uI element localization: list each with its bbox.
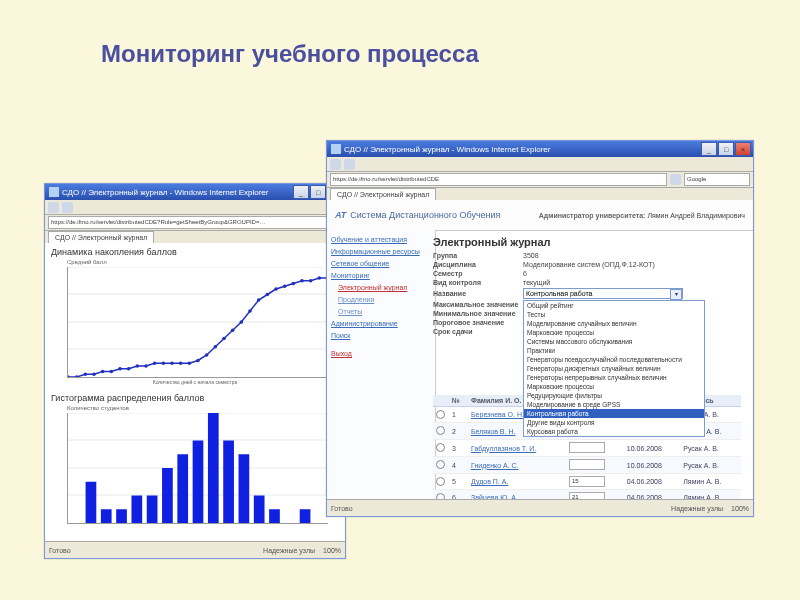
minimize-button[interactable]: _ bbox=[701, 142, 717, 156]
sidebar-item-journal[interactable]: Электронный журнал bbox=[331, 282, 431, 294]
address-bar[interactable]: https://de.ifmo.ru/servlet/distributedCD… bbox=[48, 216, 342, 229]
dropdown-option[interactable]: Курсовая работа bbox=[524, 427, 704, 436]
chart1-title: Динамика накопления баллов bbox=[45, 243, 345, 259]
svg-point-14 bbox=[153, 361, 157, 365]
field-label: Дисциплина bbox=[433, 261, 523, 268]
svg-point-27 bbox=[266, 293, 270, 297]
cell-score[interactable] bbox=[566, 457, 624, 474]
svg-rect-43 bbox=[131, 496, 142, 524]
refresh-icon[interactable] bbox=[670, 174, 681, 185]
row-radio[interactable] bbox=[436, 477, 445, 486]
svg-point-9 bbox=[110, 370, 114, 374]
cell-score[interactable]: 15 bbox=[566, 474, 624, 490]
dropdown-option[interactable]: Системы массового обслуживания bbox=[524, 337, 704, 346]
dropdown-option[interactable]: Практики bbox=[524, 346, 704, 355]
admin-info: Администратор университета: Лямин Андрей… bbox=[539, 212, 745, 219]
svg-point-31 bbox=[300, 279, 304, 283]
sidebar-item[interactable]: Информационные ресурсы bbox=[331, 246, 431, 258]
cell-name[interactable]: Гниденко А. С. bbox=[468, 457, 566, 474]
svg-rect-46 bbox=[177, 454, 188, 523]
search-box[interactable]: Google bbox=[684, 173, 750, 186]
dropdown-option[interactable]: Контрольная работа bbox=[524, 409, 704, 418]
svg-point-15 bbox=[162, 361, 166, 365]
dropdown-list[interactable]: Общий рейтинг Тесты Моделирование случай… bbox=[523, 300, 705, 437]
table-row[interactable]: 4Гниденко А. С.10.06.2008Русак А. В. bbox=[433, 457, 741, 474]
nav-toolbar bbox=[45, 200, 345, 215]
window-title: СДО // Электронный журнал - Windows Inte… bbox=[344, 145, 550, 154]
sidebar: Обучение и аттестация Информационные рес… bbox=[327, 230, 436, 500]
cell-name[interactable]: Дудов П. А. bbox=[468, 474, 566, 490]
maximize-button[interactable]: □ bbox=[718, 142, 734, 156]
back-icon[interactable] bbox=[330, 159, 341, 170]
svg-point-6 bbox=[84, 372, 88, 376]
page-content: Динамика накопления баллов Средний балл … bbox=[45, 243, 345, 542]
dropdown-option[interactable]: Марковские процессы bbox=[524, 328, 704, 337]
status-text: Готово bbox=[331, 505, 353, 512]
forward-icon[interactable] bbox=[344, 159, 355, 170]
svg-rect-47 bbox=[193, 441, 204, 524]
dropdown-input[interactable] bbox=[523, 288, 683, 299]
forward-icon[interactable] bbox=[62, 202, 73, 213]
cell-date: 04.06.2008 bbox=[624, 474, 680, 490]
svg-rect-50 bbox=[239, 454, 250, 523]
cell-date: 10.06.2008 bbox=[624, 440, 680, 457]
titlebar[interactable]: СДО // Электронный журнал - Windows Inte… bbox=[327, 141, 753, 157]
address-bar-row: https://de.ifmo.ru/servlet/distributedCD… bbox=[327, 172, 753, 188]
row-radio[interactable] bbox=[436, 410, 445, 419]
dropdown-option[interactable]: Другие виды контроля bbox=[524, 418, 704, 427]
svg-point-22 bbox=[222, 337, 226, 341]
sidebar-item[interactable]: Администрирование bbox=[331, 318, 431, 330]
maximize-button[interactable]: □ bbox=[310, 185, 326, 199]
status-bar: Готово Надежные узлы 100% bbox=[45, 541, 345, 558]
row-radio[interactable] bbox=[436, 443, 445, 452]
chevron-down-icon[interactable]: ▾ bbox=[670, 289, 682, 300]
field-label: Группа bbox=[433, 252, 523, 259]
slide-title: Мониторинг учебного процесса bbox=[0, 0, 540, 68]
svg-rect-48 bbox=[208, 413, 219, 523]
dropdown-option[interactable]: Генераторы непрерывных случайных величин bbox=[524, 373, 704, 382]
field-label: Пороговое значение bbox=[433, 319, 523, 326]
sidebar-item[interactable]: Поиск bbox=[331, 330, 431, 342]
sidebar-logout[interactable]: Выход bbox=[331, 348, 431, 360]
minimize-button[interactable]: _ bbox=[293, 185, 309, 199]
sidebar-item[interactable]: Отчеты bbox=[331, 306, 431, 318]
dropdown-option[interactable]: Редуцирующие фильтры bbox=[524, 391, 704, 400]
table-row[interactable]: 3Габдуллазянов Т. И.10.06.2008Русак А. В… bbox=[433, 440, 741, 457]
svg-rect-41 bbox=[101, 509, 112, 523]
dropdown-option[interactable]: Марковские процессы bbox=[524, 382, 704, 391]
sidebar-item[interactable]: Обучение и аттестация bbox=[331, 234, 431, 246]
svg-point-17 bbox=[179, 361, 183, 365]
chart1-ylabel: Средний балл bbox=[45, 259, 345, 265]
dropdown-option[interactable]: Тесты bbox=[524, 310, 704, 319]
app-name: Система Дистанционного Обучения bbox=[350, 210, 500, 220]
app-icon bbox=[331, 144, 341, 154]
row-radio[interactable] bbox=[436, 460, 445, 469]
svg-point-30 bbox=[292, 282, 296, 286]
cell-name[interactable]: Габдуллазянов Т. И. bbox=[468, 440, 566, 457]
sidebar-item-monitoring[interactable]: Мониторинг bbox=[331, 270, 431, 282]
svg-point-5 bbox=[75, 375, 79, 377]
dropdown-option[interactable]: Моделирование случайных величин bbox=[524, 319, 704, 328]
dropdown-option[interactable]: Генераторы псевдослучайной последователь… bbox=[524, 355, 704, 364]
address-bar[interactable]: https://de.ifmo.ru/servlet/distributedCD… bbox=[330, 173, 667, 186]
dropdown-option[interactable]: Генераторы дискретных случайных величин bbox=[524, 364, 704, 373]
cell-sign: Русак А. В. bbox=[680, 440, 741, 457]
control-type-dropdown[interactable]: ▾ Общий рейтинг Тесты Моделирование случ… bbox=[523, 288, 683, 299]
dropdown-option[interactable]: Общий рейтинг bbox=[524, 301, 704, 310]
svg-rect-52 bbox=[269, 509, 280, 523]
row-radio[interactable] bbox=[436, 426, 445, 435]
titlebar[interactable]: СДО // Электронный журнал - Windows Inte… bbox=[45, 184, 345, 200]
chart1-svg bbox=[68, 267, 328, 377]
sidebar-item[interactable]: Продления bbox=[331, 294, 431, 306]
back-icon[interactable] bbox=[48, 202, 59, 213]
main-panel: Электронный журнал Группа3508 Дисциплина… bbox=[427, 230, 747, 500]
sidebar-item[interactable]: Сетевое общение bbox=[331, 258, 431, 270]
svg-point-13 bbox=[144, 364, 148, 368]
close-button[interactable]: × bbox=[735, 142, 751, 156]
cell-score[interactable] bbox=[566, 440, 624, 457]
field-value: текущий bbox=[523, 279, 550, 286]
svg-point-11 bbox=[127, 367, 131, 371]
svg-point-21 bbox=[214, 345, 218, 349]
dropdown-option[interactable]: Моделирование в среде GPSS bbox=[524, 400, 704, 409]
table-row[interactable]: 5Дудов П. А.1504.06.2008Лямин А. В. bbox=[433, 474, 741, 490]
